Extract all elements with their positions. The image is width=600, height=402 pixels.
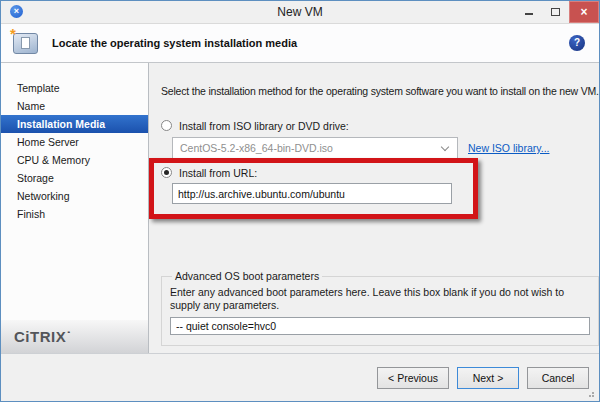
minimize-icon xyxy=(525,13,533,15)
install-from-url-radio[interactable] xyxy=(161,167,172,178)
boot-params-legend: Advanced OS boot parameters xyxy=(172,270,322,282)
install-from-url-label[interactable]: Install from URL: xyxy=(179,167,257,179)
close-icon: × xyxy=(580,6,587,18)
next-button[interactable]: Next > xyxy=(457,367,519,389)
install-from-iso-label[interactable]: Install from ISO library or DVD drive: xyxy=(179,120,349,132)
install-from-iso-radio[interactable] xyxy=(161,120,172,131)
install-from-url-option: Install from URL: xyxy=(161,166,599,179)
steps-list: Template Name Installation Media Home Se… xyxy=(1,63,148,320)
window-title: New VM xyxy=(1,5,599,19)
new-iso-library-link[interactable]: New ISO library... xyxy=(468,142,550,154)
maximize-icon xyxy=(551,8,560,16)
sidebar-item-cpu-memory[interactable]: CPU & Memory xyxy=(1,151,148,169)
panel-instruction: Select the installation method for the o… xyxy=(161,85,599,97)
iso-combobox[interactable]: CentOS-5.2-x86_64-bin-DVD.iso xyxy=(172,137,458,159)
sidebar-item-name[interactable]: Name xyxy=(1,97,148,115)
wizard-footer: < Previous Next > Cancel xyxy=(1,353,599,401)
sidebar-item-installation-media[interactable]: Installation Media xyxy=(1,115,148,133)
boot-params-description: Enter any advanced boot parameters here.… xyxy=(170,286,590,312)
citrix-logo: CiTRIX˙ xyxy=(1,320,148,353)
url-input[interactable] xyxy=(172,183,452,204)
sidebar-item-storage[interactable]: Storage xyxy=(1,169,148,187)
new-star-icon: * xyxy=(10,29,16,39)
help-button[interactable]: ? xyxy=(569,35,585,51)
installation-media-panel: Select the installation method for the o… xyxy=(149,63,600,353)
sidebar-item-template[interactable]: Template xyxy=(1,79,148,97)
wizard-header: * Locate the operating system installati… xyxy=(1,23,599,63)
iso-select-row: CentOS-5.2-x86_64-bin-DVD.iso New ISO li… xyxy=(172,137,599,159)
sidebar-item-networking[interactable]: Networking xyxy=(1,187,148,205)
boot-params-groupbox: Advanced OS boot parameters Enter any ad… xyxy=(161,270,599,346)
window-controls: × xyxy=(515,1,599,23)
cancel-button[interactable]: Cancel xyxy=(527,367,589,389)
close-button[interactable]: × xyxy=(569,1,599,23)
iso-combobox-value: CentOS-5.2-x86_64-bin-DVD.iso xyxy=(180,142,333,154)
wizard-body: Template Name Installation Media Home Se… xyxy=(1,63,599,353)
vm-doc-glyph xyxy=(21,37,30,49)
page-title: Locate the operating system installation… xyxy=(52,37,297,49)
maximize-button[interactable] xyxy=(542,1,569,23)
minimize-button[interactable] xyxy=(515,1,542,23)
chevron-down-icon xyxy=(441,142,449,150)
new-vm-wizard-window: × New VM × * Locate the operating system… xyxy=(0,0,600,402)
previous-button[interactable]: < Previous xyxy=(377,367,449,389)
boot-params-input[interactable] xyxy=(170,317,590,335)
sidebar-item-home-server[interactable]: Home Server xyxy=(1,133,148,151)
sidebar-item-finish[interactable]: Finish xyxy=(1,205,148,223)
new-vm-icon: * xyxy=(13,33,38,54)
title-bar: × New VM × xyxy=(1,1,599,23)
wizard-steps-sidebar: Template Name Installation Media Home Se… xyxy=(1,63,149,353)
install-from-iso-option: Install from ISO library or DVD drive: xyxy=(161,119,599,132)
resize-grip[interactable] xyxy=(586,389,594,397)
